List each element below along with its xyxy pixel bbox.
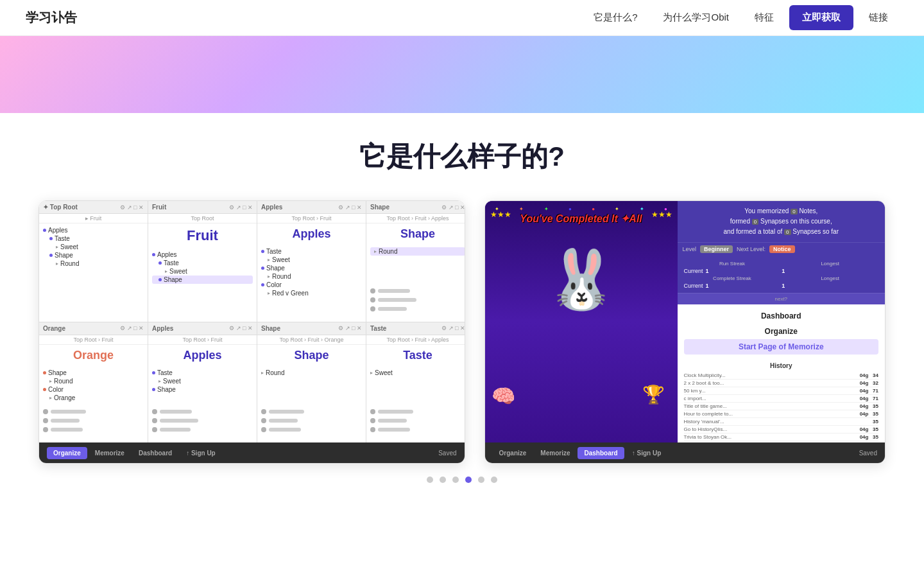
- dot-6[interactable]: [491, 477, 497, 483]
- notes-label: Notes,: [799, 207, 817, 215]
- tree-item: ▸ Red v Green: [261, 289, 362, 297]
- run-streak: Run Streak Current 1: [684, 261, 781, 274]
- panel-apples-bottom: Apples ⚙ ↗ □ ✕ Top Root › Fruit Apples T…: [148, 322, 257, 443]
- placeholder-rows: [366, 282, 465, 322]
- tree-item: Shape: [152, 385, 253, 394]
- history-row: c import... 04g 71: [684, 395, 878, 403]
- nav-cta-button[interactable]: 立即获取: [789, 5, 853, 30]
- organize-screenshot: ✦ Top Root ⚙ ↗ □ ✕ ▸ Fruit Apples Taste: [38, 200, 465, 464]
- history-row: Clock Multiplicity... 04g 34: [684, 372, 878, 380]
- completion-bottom-bar: Organize Memorize Dashboard ↑ Sign Up Sa…: [485, 442, 885, 463]
- nav-links: 它是什么? 为什么学习Obit 特征 立即获取 链接: [583, 5, 898, 30]
- saved-label-r: Saved: [859, 450, 877, 457]
- tree-item: Shape: [43, 369, 144, 377]
- tab-organize[interactable]: Organize: [47, 447, 87, 459]
- panel-icons: ⚙ ↗ □ ✕: [120, 204, 144, 211]
- panel-tree: Shape ▸ Round Color ▸ Orange: [39, 366, 148, 403]
- panel-shape-title: Shape: [370, 204, 389, 211]
- panel-breadcrumb: Top Root › Fruit: [39, 335, 148, 345]
- tree-item: ▸ Sweet: [152, 267, 253, 276]
- tab-memorize[interactable]: Memorize: [89, 447, 131, 459]
- bottom-tabs: Organize Memorize Dashboard ↑ Sign Up: [47, 447, 222, 459]
- history-section: History Clock Multiplicity... 04g 34 2 x…: [678, 358, 885, 442]
- tab-dashboard[interactable]: Dashboard: [132, 447, 178, 459]
- total-text: and formed a total of: [724, 228, 785, 235]
- tree-item: Apples: [152, 250, 253, 259]
- panel-shape: Shape ⚙ ↗ □ ✕ Top Root › Fruit › Apples …: [366, 201, 465, 322]
- panel-orange-title: Orange: [43, 325, 65, 332]
- tree-item: ▸ Orange: [43, 394, 144, 402]
- synapses-count: 0: [752, 219, 758, 225]
- tree-item: Apples: [43, 226, 144, 234]
- tree-item: ▸ Round: [261, 369, 362, 377]
- dot-1[interactable]: [427, 477, 433, 483]
- formed-text: formed: [730, 218, 752, 225]
- nav-link-what[interactable]: 它是什么?: [583, 6, 647, 29]
- nav-organize[interactable]: Organize: [684, 324, 878, 339]
- placeholder-rows: [366, 403, 465, 442]
- placeholder-rows: [39, 403, 148, 442]
- total-count: 0: [784, 229, 791, 235]
- history-row: 50 km y... 04g 71: [684, 387, 878, 395]
- total2-text: Synapses so far: [792, 228, 839, 235]
- bottom-tabs: Organize Memorize Dashboard ↑ Sign Up: [493, 447, 668, 459]
- panel-apples-b-title: Apples: [152, 325, 173, 332]
- dot-5[interactable]: [478, 477, 484, 483]
- nav-link-features[interactable]: 特征: [744, 6, 784, 29]
- screenshots-row: ✦ Top Root ⚙ ↗ □ ✕ ▸ Fruit Apples Taste: [38, 200, 886, 464]
- tab-organize-r[interactable]: Organize: [493, 447, 533, 459]
- hero-banner: [0, 36, 924, 113]
- tree-item: ▸ Sweet: [43, 243, 144, 251]
- level-row: Level Beginner Next Level: Notice: [678, 242, 885, 257]
- tree-item: ▸ Sweet: [370, 369, 465, 377]
- nav-dashboard[interactable]: Dashboard: [684, 308, 878, 324]
- dot-3[interactable]: [452, 477, 459, 483]
- tree-item: Color: [261, 281, 362, 289]
- synapses-text: Synapses on this course,: [760, 218, 832, 225]
- panel-tree: ▸ Round: [366, 245, 465, 282]
- dot-2[interactable]: [440, 477, 446, 483]
- nav-label: next?: [678, 293, 885, 304]
- panel-main-item: Fruit: [148, 223, 257, 248]
- history-title: History: [684, 362, 878, 369]
- history-row: Go to HistoryQIis... 04g 35: [684, 426, 878, 434]
- panel-toproot-title: ✦ Top Root: [43, 204, 78, 211]
- completion-title: You've Completed It ✦All: [492, 213, 671, 225]
- placeholder-rows: [257, 403, 366, 442]
- panel-orange-left: Orange ⚙ ↗ □ ✕ Top Root › Fruit Orange S…: [39, 322, 148, 443]
- nav-start-memorize[interactable]: Start Page of Memorize: [684, 339, 878, 355]
- nav-link-links[interactable]: 链接: [859, 6, 898, 29]
- tab-memorize-r[interactable]: Memorize: [534, 447, 576, 459]
- organize-body: ✦ Top Root ⚙ ↗ □ ✕ ▸ Fruit Apples Taste: [39, 201, 465, 442]
- tree-item-round: ▸ Round: [370, 247, 465, 256]
- panel-icons: ⚙ ↗ □ ✕: [441, 204, 464, 211]
- panel-tree: Taste ▸ Sweet Shape: [148, 366, 257, 403]
- panel-tree: ▸ Sweet: [366, 366, 465, 403]
- game-panel: ✦✦✦ ●●✦ ✦● You've Completed It ✦All ★★★ …: [485, 201, 678, 442]
- level-label: Level: [683, 246, 697, 252]
- history-row: Hour to complete to... 04p 35: [684, 410, 878, 418]
- complete-streak-longest: Longest 1: [782, 276, 878, 289]
- history-row: Title of title game... 04g 35: [684, 403, 878, 410]
- tree-item: Shape: [43, 251, 144, 259]
- tree-item: ▸ Round: [43, 377, 144, 385]
- tree-item: ▸ Round: [43, 259, 144, 268]
- panel-main-item: Shape: [366, 223, 465, 245]
- panel-icons: ⚙ ↗ □ ✕: [338, 325, 362, 331]
- panel-main-item: Taste: [366, 345, 465, 366]
- tab-signup-r[interactable]: ↑ Sign Up: [626, 447, 668, 459]
- notes-count: 0: [791, 209, 797, 215]
- dashboard-panel: You memorized 0 Notes, formed 0 Synapses…: [678, 201, 885, 442]
- tab-dashboard-r[interactable]: Dashboard: [578, 447, 624, 459]
- panel-icons: ⚙ ↗ □ ✕: [229, 204, 253, 211]
- nav-link-why[interactable]: 为什么学习Obit: [653, 6, 739, 29]
- panel-apples-title: Apples: [261, 204, 282, 211]
- memorized-text: You memorized: [744, 207, 791, 215]
- saved-label: Saved: [438, 450, 456, 457]
- complete-streak: Complete Streak Current 1: [684, 276, 781, 289]
- tree-item: Taste: [152, 369, 253, 377]
- history-row: 2 x 2 boot & too... 04g 32: [684, 380, 878, 387]
- dot-4[interactable]: [465, 477, 472, 483]
- panel-breadcrumb: Top Root › Fruit: [257, 214, 366, 223]
- tab-signup[interactable]: ↑ Sign Up: [180, 447, 222, 459]
